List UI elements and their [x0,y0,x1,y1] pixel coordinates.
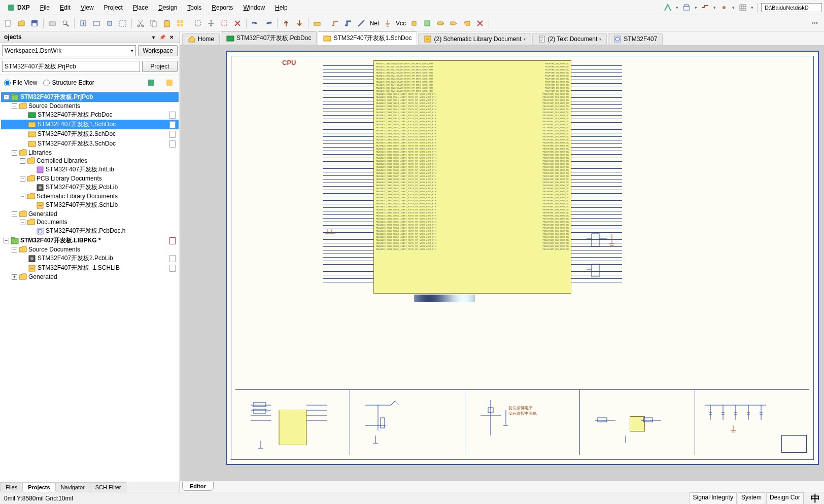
menu-help[interactable]: Help [270,2,293,13]
doc-tab[interactable]: STM32F407 [608,33,663,45]
sidebar-tab-projects[interactable]: Projects [22,482,55,492]
chevron-down-icon[interactable]: ▾ [524,37,526,42]
zoom-sel-icon[interactable] [117,17,129,29]
panel-opt1-icon[interactable] [145,77,157,89]
file-view-radio[interactable]: File View [4,79,37,86]
sheet-symbol-icon[interactable] [421,17,433,29]
clear-sel-icon[interactable] [231,17,244,29]
tree-node[interactable]: STM32F407开发板2.SchDoc [1,129,179,139]
tree-node[interactable]: STM32F407开发板.SchLib [1,200,179,210]
zoom-fit-icon[interactable] [90,17,102,29]
panel-dropdown-icon[interactable]: ▾ [149,33,157,41]
tree-node[interactable]: STM32F407开发板2.PcbLib [1,254,179,263]
ime-indicator[interactable]: 中 [811,492,820,505]
sidebar-tab-files[interactable]: Files [0,482,23,492]
wire-icon[interactable] [699,2,711,14]
tree-node[interactable]: −Source Documents [1,102,179,110]
doc-tab[interactable]: Home [182,33,220,45]
draw-mode-icon[interactable] [662,2,674,14]
workspace-button[interactable]: Workspace [138,45,178,56]
preview-icon[interactable] [59,17,72,29]
chevron-down-icon[interactable]: ▾ [599,37,601,42]
structure-editor-radio[interactable]: Structure Editor [43,79,94,86]
panel-pin-icon[interactable]: 📌 [158,33,166,41]
menu-project[interactable]: Project [99,2,128,13]
new-icon[interactable] [2,17,14,29]
tree-node[interactable]: STM32F407开发板.PcbLib [1,183,179,192]
app-logo[interactable]: DXP [2,4,35,12]
move-icon[interactable] [205,17,217,29]
part-icon[interactable] [408,17,420,29]
expand-icon[interactable]: − [12,150,17,156]
junction-icon[interactable] [718,2,730,14]
status-design[interactable]: Design Cor [766,492,804,505]
expand-icon[interactable]: − [20,220,25,225]
menu-reports[interactable]: Reports [207,2,238,13]
project-tree[interactable]: −STM32F407开发板.PrjPcb−Source DocumentsSTM… [0,91,180,482]
expand-icon[interactable]: − [12,247,17,253]
sidebar-tab-sch-filter[interactable]: SCH Filter [90,482,127,492]
net-label-icon[interactable]: Net [368,17,381,29]
cut-icon[interactable] [134,17,147,29]
deselect-icon[interactable] [218,17,230,29]
menu-file[interactable]: File [35,2,55,13]
zoom-area-icon[interactable] [104,17,116,29]
expand-icon[interactable]: − [4,94,9,100]
select-rect-icon[interactable] [192,17,204,29]
save-icon[interactable] [28,17,41,29]
doc-tab[interactable]: (2) Schematic Library Document▾ [418,33,531,45]
sidebar-tab-navigator[interactable]: Navigator [55,482,90,492]
grid-icon[interactable] [737,2,749,14]
paste-icon[interactable] [161,17,173,29]
status-signal-integrity[interactable]: Signal Integrity [690,492,737,505]
expand-icon[interactable]: − [20,194,25,199]
expand-icon[interactable]: − [20,176,25,182]
cross-probe-icon[interactable] [311,17,323,29]
status-system[interactable]: System [738,492,765,505]
tree-node[interactable]: STM32F407开发板.PcbDoc.h [1,226,179,236]
menu-window[interactable]: Window [238,2,270,13]
tree-node[interactable]: −Libraries [1,149,179,157]
tree-node[interactable]: STM32F407开发板3.SchDoc [1,139,179,149]
sheet-entry-icon[interactable] [434,17,447,29]
file-path[interactable]: D:\BaiduNetdiskD [761,3,822,12]
tree-node[interactable]: STM32F407开发板.IntLib [1,165,179,174]
expand-icon[interactable]: − [4,238,9,243]
expand-icon[interactable]: − [12,211,17,217]
expand-icon[interactable]: + [12,274,17,280]
paste-array-icon[interactable] [174,17,186,29]
no-erc-icon[interactable] [474,17,486,29]
workspace-combo[interactable]: Workspace1.DsnWrk▾ [2,45,136,56]
menu-design[interactable]: Design [153,2,182,13]
schematic-canvas[interactable]: CPU PA0/ADC_CH0_TIM0_USART_RX/TX_SPI_MOS… [180,46,824,480]
tree-node[interactable]: STM32F407开发板_1.SCHLIB [1,263,179,273]
project-combo[interactable]: STM32F407开发板.PrjPcb [2,61,140,72]
tree-node[interactable]: −STM32F407开发板.LIBPKG * [1,236,179,245]
gnd-icon[interactable] [382,17,394,29]
tree-node[interactable]: −Schematic Library Documents [1,192,179,200]
doc-tab[interactable]: (2) Text Document▾ [532,33,607,45]
port-icon[interactable] [448,17,460,29]
tree-node[interactable]: −Generated [1,210,179,218]
open-icon[interactable] [15,17,27,29]
menu-view[interactable]: View [76,2,99,13]
menu-place[interactable]: Place [128,2,153,13]
hierarchy-down-icon[interactable] [293,17,305,29]
print2-icon[interactable] [46,17,58,29]
hierarchy-up-icon[interactable] [280,17,292,29]
menu-tools[interactable]: Tools [182,2,207,13]
tree-node[interactable]: −Source Documents [1,245,179,254]
tree-node[interactable]: +Generated [1,273,179,281]
doc-tab[interactable]: STM32F407开发板.PcbDoc [221,31,317,45]
panel-opt2-icon[interactable] [163,77,176,89]
tree-node[interactable]: −STM32F407开发板.PrjPcb [1,92,179,102]
tree-node[interactable]: −PCB Library Documents [1,174,179,183]
zoom-in-icon[interactable]: + [77,17,89,29]
port2-icon[interactable] [461,17,473,29]
wire-tool-icon[interactable] [329,17,341,29]
bus-tool-icon[interactable] [342,17,354,29]
toolbar-overflow[interactable]: ••• [807,20,822,27]
menu-edit[interactable]: Edit [55,2,76,13]
expand-icon[interactable]: − [12,103,17,109]
project-button[interactable]: Project [142,61,178,72]
